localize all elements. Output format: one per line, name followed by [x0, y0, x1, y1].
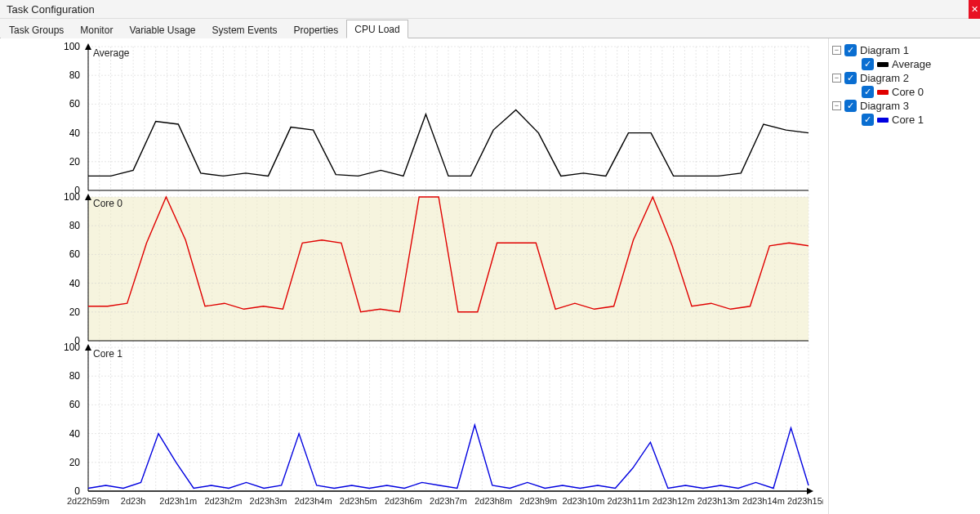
- svg-text:60: 60: [69, 98, 81, 110]
- svg-text:0: 0: [74, 485, 80, 497]
- svg-text:Core 1: Core 1: [93, 348, 122, 360]
- legend-group-diagram3[interactable]: − ✓ Diagram 3: [832, 99, 977, 113]
- svg-text:80: 80: [69, 69, 81, 81]
- svg-text:80: 80: [69, 220, 81, 231]
- cpu-load-chart: 020406080100Average020406080100Core 0020…: [3, 42, 823, 509]
- svg-text:2d23h7m: 2d23h7m: [430, 496, 467, 506]
- legend-item-core0[interactable]: ✓ Core 0: [832, 85, 977, 99]
- swatch-icon: [877, 90, 889, 95]
- swatch-icon: [877, 118, 889, 123]
- collapse-icon[interactable]: −: [832, 46, 841, 55]
- tab-properties[interactable]: Properties: [286, 20, 347, 38]
- svg-text:20: 20: [69, 156, 81, 168]
- checkbox-icon[interactable]: ✓: [862, 86, 874, 98]
- checkbox-icon[interactable]: ✓: [844, 100, 857, 112]
- legend-group-label: Diagram 2: [860, 72, 909, 84]
- svg-text:40: 40: [69, 278, 81, 289]
- svg-text:2d23h11m: 2d23h11m: [608, 496, 650, 506]
- svg-marker-112: [807, 488, 813, 494]
- svg-text:20: 20: [69, 457, 81, 468]
- chart-area[interactable]: 020406080100Average020406080100Core 0020…: [0, 38, 828, 514]
- legend-item-label: Core 0: [892, 86, 924, 98]
- legend-panel: − ✓ Diagram 1 ✓ Average − ✓ Diagram 2 ✓ …: [828, 38, 980, 514]
- svg-text:20: 20: [69, 306, 81, 318]
- svg-text:2d23h3m: 2d23h3m: [250, 496, 287, 506]
- svg-text:100: 100: [64, 191, 80, 203]
- tab-system-events[interactable]: System Events: [204, 20, 286, 38]
- svg-text:2d23h10m: 2d23h10m: [562, 496, 604, 506]
- svg-marker-109: [85, 344, 91, 351]
- svg-text:2d23h9m: 2d23h9m: [519, 496, 557, 506]
- legend-group-diagram1[interactable]: − ✓ Diagram 1: [832, 43, 977, 57]
- close-button[interactable]: ✕: [969, 0, 980, 19]
- legend-item-label: Core 1: [892, 114, 924, 126]
- collapse-icon[interactable]: −: [832, 74, 841, 83]
- svg-text:2d23h15m: 2d23h15m: [787, 496, 823, 506]
- tab-variable-usage[interactable]: Variable Usage: [121, 20, 203, 38]
- tab-task-groups[interactable]: Task Groups: [1, 20, 72, 38]
- svg-text:100: 100: [64, 42, 80, 52]
- svg-text:2d23h8m: 2d23h8m: [474, 496, 512, 506]
- svg-text:40: 40: [69, 428, 81, 440]
- tab-cpu-load[interactable]: CPU Load: [346, 20, 408, 38]
- svg-text:Core 0: Core 0: [93, 198, 122, 209]
- legend-item-average[interactable]: ✓ Average: [832, 57, 977, 71]
- svg-text:60: 60: [69, 399, 81, 410]
- legend-group-label: Diagram 3: [860, 100, 909, 112]
- window-title: Task Configuration: [7, 3, 95, 16]
- svg-text:2d23h: 2d23h: [121, 496, 146, 506]
- legend-item-core1[interactable]: ✓ Core 1: [832, 113, 977, 127]
- svg-text:Average: Average: [93, 47, 130, 59]
- checkbox-icon[interactable]: ✓: [862, 114, 874, 126]
- svg-text:2d23h13m: 2d23h13m: [697, 496, 740, 506]
- svg-text:2d23h5m: 2d23h5m: [340, 496, 377, 506]
- legend-group-diagram2[interactable]: − ✓ Diagram 2: [832, 71, 977, 85]
- legend-item-label: Average: [892, 58, 931, 70]
- tab-monitor[interactable]: Monitor: [72, 20, 121, 38]
- tab-bar: Task Groups Monitor Variable Usage Syste…: [0, 19, 980, 38]
- svg-text:2d23h14m: 2d23h14m: [742, 496, 785, 506]
- svg-text:2d23h1m: 2d23h1m: [159, 496, 197, 506]
- svg-rect-80: [88, 197, 808, 341]
- svg-text:80: 80: [69, 370, 81, 382]
- svg-text:2d23h12m: 2d23h12m: [653, 496, 695, 506]
- titlebar: Task Configuration ✕: [0, 0, 980, 19]
- svg-text:2d23h4m: 2d23h4m: [295, 496, 332, 506]
- svg-text:2d22h59m: 2d22h59m: [67, 496, 109, 506]
- checkbox-icon[interactable]: ✓: [862, 58, 874, 70]
- checkbox-icon[interactable]: ✓: [844, 72, 857, 84]
- svg-text:60: 60: [69, 248, 81, 260]
- svg-marker-78: [85, 43, 91, 50]
- swatch-icon: [877, 62, 889, 67]
- collapse-icon[interactable]: −: [832, 101, 841, 110]
- legend-group-label: Diagram 1: [860, 44, 909, 56]
- svg-text:2d23h2m: 2d23h2m: [204, 496, 242, 506]
- svg-text:2d23h6m: 2d23h6m: [385, 496, 422, 506]
- svg-text:40: 40: [69, 127, 81, 139]
- checkbox-icon[interactable]: ✓: [844, 44, 857, 56]
- svg-text:100: 100: [64, 342, 80, 353]
